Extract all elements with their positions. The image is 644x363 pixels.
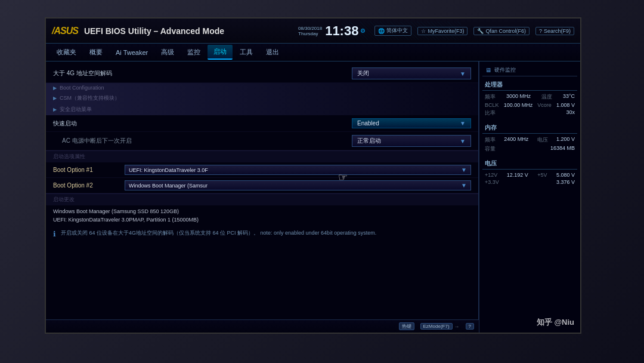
voltage-section: 电压 +12V 12.192 V +5V 5.080 V +3.3V 3.376…	[482, 158, 577, 186]
header-bar: /ASUS UEFI BIOS Utility – Advanced Mode …	[46, 19, 580, 44]
qfan-control[interactable]: 🔧 Qfan Control(F6)	[473, 27, 530, 35]
nav-favorites[interactable]: 收藏夹	[51, 45, 82, 59]
mem-volt-value: 1.200 V	[556, 136, 575, 144]
left-panel: 大于 4G 地址空间解码 关闭 ▼ ▶ Boot Configuration ▶…	[46, 61, 479, 333]
hardware-monitor-panel: 🖥 硬件监控 处理器 频率 3000 MHz 温度 33°C BCLK 100.…	[479, 61, 580, 333]
mem-freq-value: 2400 MHz	[504, 136, 528, 144]
5v-value: 5.080 V	[556, 172, 575, 178]
info-icon: ℹ	[53, 230, 56, 238]
watermark: 知乎 @Niu	[537, 317, 574, 328]
mem-volt-label: 电压	[537, 136, 548, 144]
boot-entry-2[interactable]: UEFI: KingstonDataTraveler 3.0PMAP, Part…	[53, 216, 471, 224]
4g-decode-row[interactable]: 大于 4G 地址空间解码 关闭 ▼	[46, 64, 478, 83]
nav-summary[interactable]: 概要	[83, 45, 109, 59]
nav-tools[interactable]: 工具	[234, 45, 259, 59]
mem-row-1: 频率 2400 MHz 电压 1.200 V	[482, 136, 577, 144]
nav-boot[interactable]: 启动	[208, 45, 233, 60]
ac-power-value: 正常启动	[357, 137, 381, 145]
fast-boot-label: 快速启动	[53, 119, 352, 128]
hw-monitor-label: 硬件监控	[494, 66, 516, 74]
ac-power-label: AC 电源中断后下一次开启	[53, 137, 352, 145]
nav-advanced[interactable]: 高级	[155, 45, 180, 59]
4g-decode-value: 关闭	[357, 69, 369, 78]
ezmode-key[interactable]: EzMode(F7) →	[420, 323, 460, 330]
boot-changes-divider-label: 启动更改	[53, 196, 75, 202]
voltage-section-title: 电压	[482, 158, 577, 170]
help-badge: ?	[466, 323, 474, 330]
4g-decode-label: 大于 4G 地址空间解码	[53, 69, 352, 78]
vcore-value: 1.008 V	[556, 102, 575, 108]
boot-changes-divider: 启动更改	[46, 193, 478, 205]
nav-ai-tweaker[interactable]: Ai Tweaker	[110, 47, 154, 59]
boot-option-1-dropdown[interactable]: UEFI: KingstonDataTraveler 3.0F ▼	[125, 165, 471, 175]
bclk-value: 100.00 MHz	[504, 102, 533, 108]
5v-label: +5V	[537, 172, 547, 178]
4g-decode-dropdown[interactable]: 关闭 ▼	[352, 67, 471, 79]
expand-arrow-icon: ▶	[53, 85, 57, 91]
memory-section-title: 内存	[482, 122, 577, 134]
volt-row-1: +12V 12.192 V +5V 5.080 V	[482, 171, 577, 179]
cpu-section: 处理器 频率 3000 MHz 温度 33°C BCLK 100.00 MHz …	[482, 79, 577, 118]
cpu-temp-label: 温度	[541, 93, 552, 101]
cpu-row-3: 比率 30x	[482, 109, 577, 118]
boot-option-2-arrow-icon: ▼	[461, 182, 467, 189]
mem-cap-label: 容量	[485, 145, 496, 153]
info-text: 开启或关闭 64 位设备在大于4G地址空间的解码（仅当系统支持 64 位 PCI…	[61, 229, 376, 237]
vcore-label: Vcore	[537, 102, 552, 108]
volt-row-2: +3.3V 3.376 V	[482, 179, 577, 186]
ezmode-badge: EzMode(F7)	[420, 323, 453, 330]
ezmode-arrow-icon: →	[454, 324, 460, 330]
bclk-label: BCLK	[485, 102, 499, 108]
mem-row-2: 容量 16384 MB	[482, 144, 577, 153]
fast-boot-arrow-icon: ▼	[460, 120, 466, 127]
nav-monitor[interactable]: 监控	[181, 45, 206, 59]
boot-entries: Windows Boot Manager (Samsung SSD 850 12…	[46, 205, 478, 226]
boot-option-1-value: UEFI: KingstonDataTraveler 3.0F	[129, 167, 208, 173]
secure-boot-section[interactable]: ▶ 安全启动菜单	[46, 104, 478, 115]
fast-boot-row[interactable]: 快速启动 Enabled ▼	[46, 115, 478, 132]
boot-option-2-value: Windows Boot Manager (Samsur	[129, 183, 208, 189]
mem-freq-label: 频率	[485, 136, 496, 144]
date-display: 08/30/2018	[298, 26, 322, 31]
nav-exit[interactable]: 退出	[260, 45, 285, 59]
boot-option-2-row[interactable]: Boot Option #2 Windows Boot Manager (Sam…	[46, 178, 478, 193]
csm-arrow-icon: ▶	[53, 96, 57, 101]
ratio-label: 比率	[485, 109, 496, 117]
secure-boot-label: 安全启动菜单	[60, 106, 92, 113]
boot-options-divider-label: 启动选项属性	[53, 153, 85, 159]
boot-option-1-arrow-icon: ▼	[461, 167, 467, 173]
ac-power-row[interactable]: AC 电源中断后下一次开启 正常启动 ▼	[46, 132, 478, 150]
monitor-frame: /ASUS UEFI BIOS Utility – Advanced Mode …	[0, 0, 644, 363]
boot-options-divider: 启动选项属性	[46, 150, 478, 162]
header-decoration	[342, 19, 461, 43]
bottom-bar: 热键 EzMode(F7) → ?	[46, 319, 479, 333]
ac-power-dropdown[interactable]: 正常启动 ▼	[352, 135, 471, 147]
fan-icon: 🔧	[477, 28, 484, 34]
cpu-row-1: 频率 3000 MHz 温度 33°C	[482, 93, 577, 101]
cpu-section-title: 处理器	[482, 79, 577, 91]
33v-value: 3.376 V	[556, 179, 575, 185]
33v-label: +3.3V	[485, 179, 499, 185]
boot-entry-1[interactable]: Windows Boot Manager (Samsung SSD 850 12…	[53, 207, 471, 216]
asus-logo: /ASUS	[52, 26, 78, 36]
bios-screen: /ASUS UEFI BIOS Utility – Advanced Mode …	[45, 17, 581, 334]
cpu-freq-value: 3000 MHz	[506, 93, 531, 101]
boot-option-1-row[interactable]: Boot Option #1 UEFI: KingstonDataTravele…	[46, 162, 478, 178]
cpu-freq-label: 频率	[485, 93, 496, 101]
12v-value: 12.192 V	[507, 172, 528, 178]
search-label: Search(F9)	[544, 28, 571, 34]
dropdown-arrow-icon: ▼	[460, 70, 466, 77]
search-control[interactable]: ? Search(F9)	[535, 27, 574, 35]
hotkeys-label: 热键	[399, 322, 414, 330]
nav-bar: 收藏夹 概要 Ai Tweaker 高级 监控 启动 工具 退出	[46, 44, 580, 61]
csm-section[interactable]: ▶ CSM（兼容性支持模块）	[46, 93, 478, 104]
cpu-temp-value: 33°C	[563, 93, 575, 101]
fast-boot-dropdown[interactable]: Enabled ▼	[352, 118, 471, 128]
boot-option-2-dropdown[interactable]: Windows Boot Manager (Samsur ▼	[125, 180, 471, 190]
boot-config-section[interactable]: ▶ Boot Configuration	[46, 83, 478, 93]
boot-option-1-label: Boot Option #1	[53, 167, 125, 173]
boot-config-label: Boot Configuration	[60, 85, 104, 91]
help-key[interactable]: ?	[466, 323, 474, 330]
main-content: 大于 4G 地址空间解码 关闭 ▼ ▶ Boot Configuration ▶…	[46, 61, 580, 333]
hotkeys-badge: 热键	[399, 322, 414, 330]
